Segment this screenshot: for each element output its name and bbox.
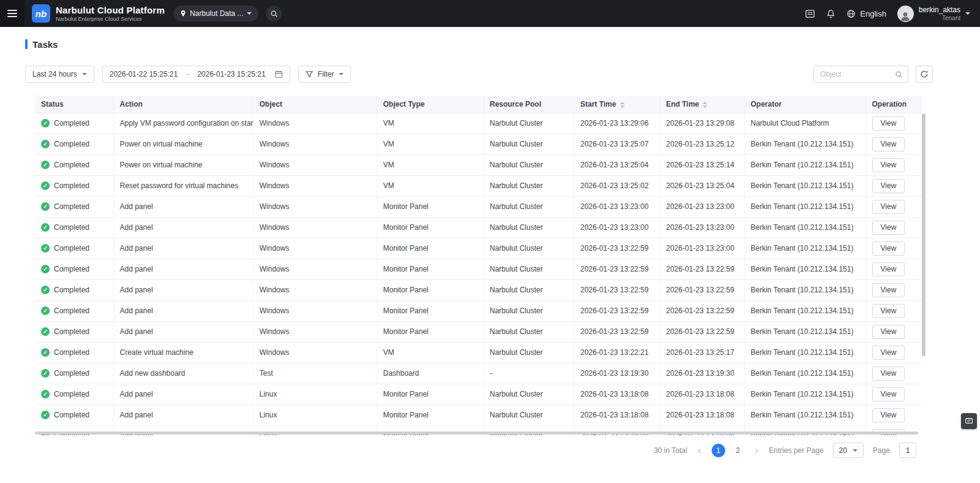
operator-cell: Berkin Tenant (10.212.134.151) [744, 300, 865, 321]
check-circle-icon: ✓ [41, 390, 50, 398]
status-label: Completed [54, 286, 89, 294]
tasks-table-grid: StatusActionObjectObject TypeResource Po… [35, 96, 922, 435]
sort-icon[interactable] [703, 102, 707, 108]
prev-page-button[interactable]: ‹ [696, 445, 703, 455]
status-label: Completed [54, 390, 89, 398]
date-start-value[interactable]: 2026-01-22 15:25:21 [110, 70, 178, 78]
view-button[interactable]: View [872, 200, 905, 214]
view-button[interactable]: View [872, 116, 905, 131]
status-label: Completed [54, 202, 89, 211]
check-circle-icon: ✓ [41, 348, 50, 357]
view-button[interactable]: View [872, 137, 905, 151]
resource-pool-cell: Narbulut Cluster [483, 342, 574, 363]
operator-cell: Berkin Tenant (10.212.134.151) [744, 363, 865, 384]
object-search-input[interactable] [813, 66, 908, 83]
date-range-picker[interactable]: 2026-01-22 15:25:21 - 2026-01-23 15:25:2… [102, 66, 290, 83]
start-time-cell: 2026-01-23 13:22:59 [574, 238, 660, 259]
status-label: Completed [54, 244, 89, 253]
object-type-cell: VM [377, 134, 483, 154]
object-type-cell: Monitor Panel [377, 405, 483, 425]
object-type-cell: Monitor Panel [377, 321, 483, 342]
column-header: Object Type [377, 96, 483, 113]
object-cell: Linux [253, 384, 377, 405]
status-cell: ✓Completed [35, 238, 113, 259]
start-time-cell: 2026-01-23 13:22:21 [574, 342, 660, 363]
view-button[interactable]: View [872, 304, 905, 318]
datacenter-selector[interactable]: Narbulut Data ... [173, 6, 258, 21]
status-cell: ✓Completed [35, 405, 113, 425]
view-button[interactable]: View [872, 346, 905, 360]
user-menu[interactable]: berkin_aktas Tenant [897, 6, 970, 22]
sort-icon[interactable] [620, 102, 625, 108]
per-page-value: 20 [839, 446, 847, 455]
view-button[interactable]: View [872, 283, 905, 297]
end-time-cell: 2026-01-23 13:29:08 [660, 113, 744, 134]
top-navbar: nb Narbulut Cloud Platform Narbulut Ente… [0, 0, 980, 27]
per-page-select[interactable]: 20 [833, 443, 864, 458]
page-input[interactable] [899, 443, 916, 458]
user-role: Tenant [942, 15, 960, 21]
action-cell: Power on virtual machine [113, 134, 253, 154]
next-page-button[interactable]: › [754, 445, 760, 455]
object-type-cell: VM [377, 154, 483, 175]
end-time-cell: 2026-01-23 13:22:59 [660, 300, 744, 321]
view-button[interactable]: View [872, 221, 905, 235]
search-icon[interactable] [895, 70, 903, 81]
view-button[interactable]: View [872, 158, 905, 172]
refresh-button[interactable] [916, 66, 933, 83]
view-button[interactable]: View [872, 408, 905, 422]
action-cell: Create virtual machine [113, 342, 253, 363]
column-header[interactable]: End Time [660, 96, 744, 113]
brand-subtitle: Narbulut Enterprise Cloud Services [56, 16, 165, 22]
menu-toggle-button[interactable] [0, 0, 24, 27]
horizontal-scrollbar[interactable] [35, 432, 918, 435]
resource-pool-cell: Narbulut Cluster [483, 280, 574, 300]
view-button[interactable]: View [872, 242, 905, 256]
start-time-cell: 2026-01-23 13:18:08 [574, 384, 660, 405]
resource-pool-cell: Narbulut Cluster [483, 384, 574, 405]
date-end-value[interactable]: 2026-01-23 15:25:21 [197, 70, 265, 78]
time-range-dropdown[interactable]: Last 24 hours [25, 66, 94, 83]
vertical-scrollbar[interactable] [922, 113, 925, 356]
page-button[interactable]: 2 [731, 444, 745, 457]
column-header: Operator [744, 96, 865, 113]
console-icon[interactable] [805, 9, 815, 19]
bell-icon[interactable] [826, 9, 835, 18]
title-accent-bar [25, 39, 28, 49]
operation-cell: View [865, 405, 922, 425]
calendar-icon[interactable] [274, 70, 283, 78]
check-circle-icon: ✓ [41, 286, 50, 294]
global-search-button[interactable] [266, 6, 282, 21]
status-cell: ✓Completed [35, 196, 113, 217]
column-header: Operation [865, 96, 922, 113]
view-button[interactable]: View [872, 262, 905, 276]
operation-cell: View [865, 321, 922, 342]
feedback-widget-button[interactable] [961, 413, 977, 429]
status-label: Completed [54, 181, 89, 190]
page-button-active[interactable]: 1 [712, 444, 725, 457]
object-cell: Windows [253, 259, 377, 280]
view-button[interactable]: View [872, 387, 905, 401]
status-cell: ✓Completed [35, 175, 113, 196]
view-button[interactable]: View [872, 325, 905, 339]
brand-logo[interactable]: nb [32, 4, 50, 23]
globe-icon [846, 9, 856, 18]
end-time-cell: 2026-01-23 13:18:08 [660, 384, 744, 405]
resource-pool-cell: Narbulut Cluster [483, 175, 574, 196]
status-label: Completed [54, 265, 89, 273]
object-cell: Windows [253, 113, 377, 134]
table-row: ✓CompletedAdd panelWindowsMonitor PanelN… [35, 300, 922, 321]
object-type-cell: VM [377, 342, 483, 363]
view-button[interactable]: View [872, 367, 905, 381]
toolbar-right [813, 66, 933, 83]
table-row: ✓CompletedAdd panelWindowsMonitor PanelN… [35, 280, 922, 300]
language-selector[interactable]: English [846, 9, 886, 18]
check-circle-icon: ✓ [41, 327, 50, 336]
filter-button[interactable]: Filter [298, 66, 352, 83]
object-type-cell: Dashboard [377, 363, 483, 384]
toolbar-left: Last 24 hours 2026-01-22 15:25:21 - 2026… [25, 66, 351, 83]
column-header[interactable]: Start Time [574, 96, 660, 113]
refresh-icon [920, 70, 929, 78]
action-cell: Add panel [113, 238, 253, 259]
view-button[interactable]: View [872, 179, 905, 193]
